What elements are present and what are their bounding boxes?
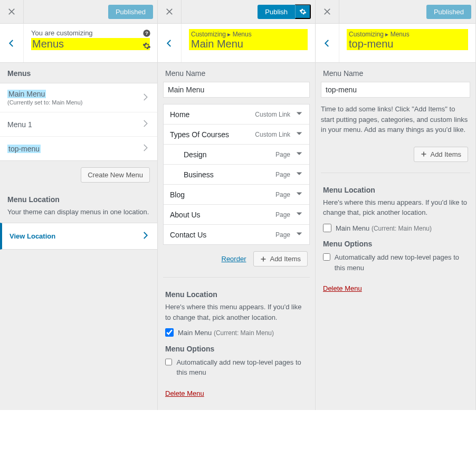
menu-location-checkbox[interactable] (323, 224, 331, 232)
menu-options-heading: Menu Options (323, 240, 468, 248)
chevron-left-icon (165, 39, 174, 48)
breadcrumb: Customizing ▸ Menus (349, 31, 410, 38)
delete-menu-link[interactable]: Delete Menu (323, 284, 362, 292)
menu-item-title: Business (184, 170, 214, 179)
menu-row-menu1[interactable]: Menu 1 (0, 112, 157, 137)
header: Customizing ▸ Menus top-menu (316, 24, 475, 63)
back-button[interactable] (158, 24, 182, 62)
menu-options-label: Automatically add new top-level pages to… (335, 252, 468, 273)
help-icon[interactable]: ? (142, 29, 151, 37)
add-items-button[interactable]: Add Items (253, 251, 308, 266)
menu-location-heading: Menu Location (165, 290, 308, 299)
caret-down-icon (296, 190, 303, 199)
menu-row-subtitle: (Currently set to: Main Menu) (7, 99, 82, 106)
close-button[interactable] (316, 0, 339, 24)
menu-item[interactable]: Contact Us Page (164, 225, 309, 244)
chevron-left-icon (322, 39, 332, 48)
back-button[interactable] (0, 24, 24, 62)
panel-main-menu: Publish Customizing ▸ Menus Main Menu Me… (158, 0, 316, 410)
menu-item-title: Contact Us (170, 231, 206, 239)
breadcrumb: Customizing ▸ Menus (191, 31, 252, 38)
add-items-label: Add Items (430, 150, 461, 158)
menu-options-checkbox[interactable] (165, 358, 172, 366)
caret-down-icon (296, 210, 303, 219)
menu-row-main[interactable]: Main Menu (Currently set to: Main Menu) (0, 83, 157, 112)
menu-item-type: Page (275, 231, 290, 239)
menu-location-heading: Menu Location (323, 186, 468, 194)
gear-icon (299, 8, 307, 15)
menu-location-heading: Menu Location (7, 195, 150, 204)
close-button[interactable] (158, 0, 182, 24)
caret-down-icon (296, 170, 303, 179)
publish-button[interactable]: Publish (258, 5, 295, 19)
caret-down-icon (296, 130, 303, 139)
menu-item[interactable]: Design Page (164, 145, 309, 165)
menu-name-input[interactable] (163, 82, 310, 98)
menu-location-checkbox[interactable] (165, 328, 174, 337)
chevron-right-icon (140, 92, 150, 103)
view-location-row[interactable]: View Location (0, 223, 157, 250)
menu-location-block: Menu Location Your theme can display men… (0, 189, 157, 223)
empty-menu-desc: Time to add some links! Click "Add Items… (321, 104, 470, 135)
caret-down-icon (296, 150, 303, 159)
customizing-label: You are customizing (31, 29, 150, 37)
close-button[interactable] (0, 0, 24, 24)
publish-settings-button[interactable] (295, 4, 311, 19)
menu-item-type: Custom Link (255, 111, 290, 118)
menu-location-desc: Here's where this menu appears. If you'd… (165, 302, 308, 322)
menu-row-title: Menu 1 (7, 120, 32, 129)
menu-item[interactable]: Home Custom Link (164, 104, 309, 125)
menu-item[interactable]: About Us Page (164, 205, 309, 225)
menu-item-type: Custom Link (255, 131, 290, 138)
menu-item-type: Page (275, 151, 290, 158)
menu-item-title: About Us (170, 211, 201, 219)
close-icon (8, 8, 15, 15)
menu-name-label: Menu Name (163, 63, 310, 82)
chevron-right-icon (140, 119, 150, 130)
delete-menu-link[interactable]: Delete Menu (165, 389, 204, 397)
menu-item-type: Page (275, 171, 290, 178)
header: You are customizing Menus ? (0, 24, 157, 63)
view-location-label: View Location (9, 232, 55, 240)
menu-options-heading: Menu Options (165, 345, 308, 353)
menu-options-checkbox[interactable] (323, 253, 330, 261)
page-title: top-menu (349, 38, 394, 50)
menu-item-title: Blog (170, 191, 185, 199)
header: Customizing ▸ Menus Main Menu (158, 24, 315, 63)
svg-text:?: ? (145, 31, 148, 36)
back-button[interactable] (316, 24, 339, 62)
menu-item-type: Page (275, 211, 290, 218)
menu-row-topmenu[interactable]: top-menu (0, 137, 157, 160)
menu-row-title: top-menu (7, 145, 41, 153)
menu-item[interactable]: Types Of Courses Custom Link (164, 125, 309, 145)
create-new-menu-button[interactable]: Create New Menu (81, 167, 150, 183)
gear-icon[interactable] (142, 42, 151, 50)
menu-item[interactable]: Business Page (164, 165, 309, 185)
plus-icon (260, 256, 266, 262)
menu-item-title: Home (170, 110, 189, 119)
menu-item-type: Page (275, 191, 290, 198)
panel-menus-root: Published You are customizing Menus ? Me… (0, 0, 158, 410)
menu-name-label: Menu Name (321, 63, 470, 82)
section-label: Menus (0, 63, 157, 83)
add-items-button[interactable]: Add Items (414, 147, 468, 162)
close-icon (323, 8, 331, 15)
published-button: Published (426, 5, 471, 19)
panel-top-menu: Published Customizing ▸ Menus top-menu M… (316, 0, 476, 410)
menu-item[interactable]: Blog Page (164, 185, 309, 205)
menu-item-title: Types Of Courses (170, 130, 229, 139)
page-title: Menus (31, 38, 150, 50)
page-title: Main Menu (191, 38, 243, 50)
close-icon (166, 8, 173, 15)
topbar: Published (0, 0, 157, 24)
menu-list: Main Menu (Currently set to: Main Menu) … (0, 83, 157, 161)
chevron-right-icon (140, 231, 150, 242)
menu-item-title: Design (184, 150, 207, 159)
menu-location-desc: Your theme can display menus in one loca… (7, 207, 150, 217)
menu-name-input[interactable] (321, 82, 470, 98)
topbar: Publish (158, 0, 315, 24)
reorder-link[interactable]: Reorder (222, 255, 246, 263)
chevron-right-icon (140, 143, 150, 154)
menu-location-label: Main Menu (Current: Main Menu) (336, 223, 432, 234)
menu-options-label: Automatically add new top-level pages to… (176, 357, 308, 378)
